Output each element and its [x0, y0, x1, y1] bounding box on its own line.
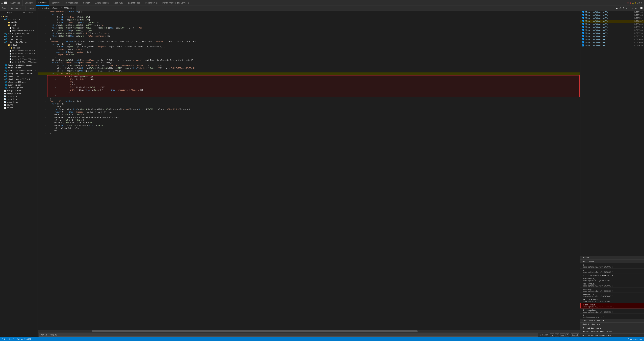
bp-checkbox[interactable] — [582, 20, 584, 22]
call-stack-item[interactable]: t music-corona.min.js:1 — [580, 314, 644, 319]
event-listeners-header[interactable]: ▶ Event Listener Breakpoints — [580, 330, 644, 334]
format-icon[interactable]: ⬜ — [639, 7, 644, 9]
tree-item-admin-qidian[interactable]: ▶ 🌐 admin.qidian.qq.com — [0, 32, 38, 35]
horizontal-scrollbar[interactable] — [38, 330, 580, 332]
bp-item[interactable]: (function(){var w=['… 1:301539 — [580, 32, 644, 35]
regex-btn[interactable]: .* — [566, 334, 569, 336]
debug-deactivate-btn[interactable]: ↩ — [634, 6, 638, 10]
horizontal-scroll-thumb[interactable] — [92, 330, 417, 332]
tab-console[interactable]: Console — [23, 0, 36, 6]
bp-item[interactable]: (function(){var w=['… 1:301664 — [580, 41, 644, 44]
bp-checkbox[interactable] — [582, 14, 584, 16]
tree-item-tgdt[interactable]: ▶ 🌐 t.gdt.qq.com — [0, 84, 38, 86]
error-count[interactable]: ● 6 — [628, 2, 631, 4]
menu-icon[interactable]: ☰ — [1, 2, 3, 4]
workspace-tab[interactable]: Workspace — [9, 6, 23, 10]
tree-item-wm1[interactable]: 📄 wm.3.0.0_33d41777.min.js?v=2 — [0, 58, 38, 61]
tree-item-delegate1[interactable]: 📄 delegate.html — [0, 89, 38, 92]
tree-item-hubble[interactable]: ▶ 🌐 hubble-js-bucket.nosdn.127.net — [0, 69, 38, 72]
csp-violations-header[interactable]: ▶ CSP Violation Breakpoints — [580, 334, 644, 337]
tree-item-dun163[interactable]: ▼ 🌐 dun.163.com — [0, 18, 38, 21]
tab-elements[interactable]: Elements — [8, 0, 23, 6]
tree-item-pc2[interactable]: 📄 pc.html — [0, 106, 38, 109]
tree-item-load[interactable]: 📄 load.min.js — [0, 55, 38, 58]
bp-item[interactable]: (function(){var w=['… 1:211044 — [580, 23, 644, 26]
tree-item-fereport[interactable]: ▶ 🌐 fereport.qidian.qq.com — [0, 64, 38, 66]
xhr-breakpoints-header[interactable]: ▶ XHR/fetch Breakpoints — [580, 319, 644, 322]
tab-application[interactable]: Application — [93, 0, 111, 6]
close-tab-icon[interactable]: ✕ — [73, 7, 74, 9]
call-stack-item[interactable]: dispatch core-optimi.v2….js?v=2838683:1 — [580, 288, 644, 293]
call-stack-item[interactable]: H.I.<computed>.q.<computed> — [580, 274, 644, 277]
tree-item-core2[interactable]: 📄 core-optimi.v2.25.0.min.js?v — [0, 52, 38, 55]
scope-section-header[interactable]: ▶ Scope — [580, 256, 644, 260]
bp-item[interactable]: (function(){var w=['… 1:299216 — [580, 26, 644, 29]
tree-item-neguardian[interactable]: 📄 neguardian.umd.1.0.0.js — [0, 29, 38, 32]
info-count[interactable]: 23 — [637, 2, 640, 4]
tree-item-trial[interactable]: ▼ 📁 trial — [0, 24, 38, 26]
tree-item-delegate2[interactable]: 📄 delegate.html — [0, 92, 38, 95]
call-stack-item-active[interactable]: ● onMouseUp core-optimi.v2….js?v=2838683… — [580, 303, 644, 308]
tree-item-pc1[interactable]: 📄 pc.html — [0, 104, 38, 106]
debug-reload-btn[interactable]: ↺ — [619, 6, 622, 10]
tree-item-public[interactable]: ▶ 📁 public — [0, 21, 38, 24]
bp-item[interactable]: (function(){var w=['… 1:382090 — [580, 44, 644, 47]
bp-checkbox[interactable] — [582, 42, 584, 44]
tab-network[interactable]: Network — [49, 0, 63, 6]
bp-checkbox[interactable] — [582, 11, 584, 13]
bp-checkbox[interactable] — [582, 44, 584, 46]
dom-breakpoints-header[interactable]: ▶ DOM Breakpoints — [580, 322, 644, 326]
tab-recorder[interactable]: Recorder ⧉ — [143, 0, 160, 6]
tree-item-qiyukf[interactable]: ▶ 🌐 qiyukf.com — [0, 75, 38, 78]
more-tabs-btn[interactable]: » — [23, 7, 25, 9]
bp-checkbox[interactable] — [582, 36, 584, 38]
debug-resume-btn[interactable]: ▶ — [615, 6, 618, 10]
cancel-search-btn[interactable]: Cancel — [571, 334, 579, 336]
tree-item-necaptcha[interactable]: ▶ 🌐 necaptcha.nosdn.127.net — [0, 72, 38, 75]
tree-item-hmbaidu[interactable]: ▶ 🌐 hm.baidu.com — [0, 66, 38, 69]
tab-performance-insights[interactable]: Performance insights ⧉ — [160, 0, 192, 6]
tree-item-index1[interactable]: 📄 index.html — [0, 95, 38, 98]
debug-step-btn[interactable]: ⇄ — [631, 6, 634, 10]
bp-item[interactable]: (function(){var w=['… 1:173232 — [580, 17, 644, 20]
match-case-btn[interactable]: Aa — [560, 334, 565, 336]
warning-count[interactable]: ▲ 4 — [632, 2, 636, 4]
bp-item[interactable]: (function(){var w=['… 1:301504 — [580, 29, 644, 32]
call-stack-item[interactable]: q core-optimi.v2….js?v=2838683:1 — [580, 263, 644, 268]
tree-item-index2[interactable]: 📄 index.html — [0, 98, 38, 101]
bp-item[interactable]: (function(){var w=['… 1:301578 — [580, 35, 644, 38]
tree-item-225[interactable]: ▼ 📁 2.25.0 — [0, 44, 38, 46]
call-stack-item[interactable]: x core-optimi.v2….js?v=2838683:1 — [580, 268, 644, 274]
bp-checkbox[interactable] — [582, 17, 584, 19]
device-toggle-icon[interactable]: ⬜ — [4, 2, 7, 4]
tab-memory[interactable]: Memory — [81, 0, 93, 6]
tree-item-top[interactable]: ▼ 📁 top — [0, 15, 38, 18]
call-stack-item[interactable]: verifyCaptcha core-optimi.v2….js?v=28386… — [580, 298, 644, 303]
tree-item-wpqiye[interactable]: ▶ 🌐 wp.qiye.qq.com — [0, 86, 38, 89]
tab-performance[interactable]: Performance — [63, 0, 81, 6]
tree-item-cstaticdun[interactable]: ▼ 🌐 cstaticdun.126.net — [0, 41, 38, 44]
call-stack-item[interactable]: <computed> core-optimi.v2….js?v=2838683:… — [580, 293, 644, 298]
call-stack-item[interactable]: (anonymous) core-optimi.v2….js?v=2838683… — [580, 277, 644, 282]
file-tab-core-optimi[interactable]: core-optimi.v2….n.js?v=2838683 ✕ — [36, 6, 76, 10]
tab-security[interactable]: Security — [111, 0, 126, 6]
bp-checkbox[interactable] — [582, 32, 584, 34]
bp-item[interactable]: (function(){var w=['… 1:301605 — [580, 38, 644, 41]
tab-sources[interactable]: Sources — [36, 0, 49, 6]
call-stack-section-header[interactable]: ▼ Call Stack — [580, 260, 644, 263]
search-input[interactable] — [39, 333, 538, 337]
bp-item[interactable]: (function(){var w=['… 1:173186 — [580, 14, 644, 17]
tree-item-wm2[interactable]: 📄 wm.3.0.0_33d41777.min.js?v=2 — [0, 61, 38, 64]
tree-item-cdun163[interactable]: ▶ 🌐 c.dun.163.com — [0, 38, 38, 41]
bp-checkbox[interactable] — [582, 23, 584, 25]
search-prev-btn[interactable]: ▲ — [550, 334, 554, 336]
debug-step-into-btn[interactable]: ↓ — [625, 6, 628, 10]
code-editor[interactable]: - 'onMouseMoving': function() { - var kt… — [38, 11, 580, 330]
call-stack-item[interactable]: (anonymous) core-optimi.v2….js?v=2838683… — [580, 282, 644, 288]
search-next-btn[interactable]: ▼ — [555, 334, 559, 336]
bp-item[interactable]: (function(){var w=['… 1:173169 — [580, 11, 644, 14]
bp-checkbox[interactable] — [582, 26, 584, 28]
debug-step-out-btn[interactable]: ↑ — [628, 6, 630, 10]
tree-item-jigsaw[interactable]: 📄 jigsaw — [0, 26, 38, 29]
page-tab[interactable]: Page — [0, 6, 9, 10]
